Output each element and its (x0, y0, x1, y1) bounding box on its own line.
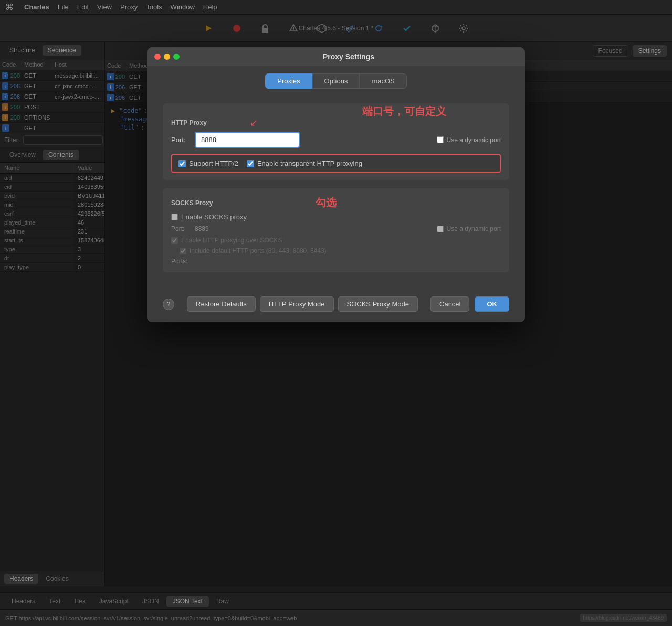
support-http2-checkbox[interactable] (178, 160, 186, 167)
dynamic-port-checkbox[interactable] (437, 136, 444, 143)
dialog-titlebar: Proxy Settings (147, 47, 525, 66)
http-over-socks-label: Enable HTTP proxying over SOCKS (181, 237, 282, 244)
footer-center: Restore Defaults HTTP Proxy Mode SOCKS P… (187, 296, 418, 312)
http-options-row: Support HTTP/2 Enable transparent HTTP p… (171, 154, 501, 173)
help-button[interactable]: ? (163, 299, 174, 310)
dialog-tabs: Proxies Options macOS (147, 66, 525, 93)
dialog-tab-options[interactable]: Options (312, 73, 360, 89)
footer-left: ? (163, 299, 174, 310)
minimize-btn[interactable] (164, 54, 170, 60)
ports-label: Ports: (171, 258, 187, 265)
modal-overlay: Proxy Settings Proxies Options macOS HTT… (0, 0, 672, 626)
traffic-lights (154, 54, 180, 60)
dialog-body: HTTP Proxy 端口号，可自定义 ↙ Port: Use a dyn (147, 93, 525, 289)
enable-socks-checkbox[interactable] (171, 214, 178, 220)
dynamic-port-label: Use a dynamic port (447, 136, 501, 144)
socks-dynamic-port-row: Use a dynamic port (437, 225, 501, 232)
port-input[interactable] (195, 132, 300, 148)
default-ports-row: Include default HTTP ports (80, 443, 808… (180, 247, 501, 254)
socks-proxy-label: SOCKS Proxy (171, 199, 213, 207)
transparent-proxy-item: Enable transparent HTTP proxying (247, 160, 362, 167)
socks-dynamic-checkbox[interactable] (437, 226, 444, 232)
socks-port-row: Port: 8889 Use a dynamic port (171, 225, 501, 232)
enable-socks-row: Enable SOCKS proxy (171, 213, 501, 221)
default-ports-checkbox[interactable] (180, 248, 186, 254)
cancel-button[interactable]: Cancel (430, 296, 469, 312)
support-http2-label: Support HTTP/2 (189, 160, 238, 167)
transparent-proxy-label: Enable transparent HTTP proxying (257, 160, 362, 167)
http-proxy-mode-button[interactable]: HTTP Proxy Mode (260, 296, 334, 312)
port-input-row: Port: Use a dynamic port (171, 132, 501, 148)
socks-dynamic-label: Use a dynamic port (447, 225, 501, 232)
http-proxy-label: HTTP Proxy (171, 119, 501, 126)
dialog-footer: ? Restore Defaults HTTP Proxy Mode SOCKS… (147, 289, 525, 322)
dynamic-port-row: Use a dynamic port (437, 136, 501, 144)
footer-right: Cancel OK (430, 296, 509, 312)
dialog-tab-macos[interactable]: macOS (360, 73, 406, 89)
ok-button[interactable]: OK (475, 296, 509, 312)
socks-proxy-mode-button[interactable]: SOCKS Proxy Mode (338, 296, 418, 312)
socks-port-value: 8889 (195, 225, 209, 232)
annotation-port-text: 端口号，可自定义 (362, 104, 446, 119)
maximize-btn[interactable] (173, 54, 180, 60)
default-ports-label: Include default HTTP ports (80, 443, 808… (190, 247, 327, 254)
close-btn[interactable] (154, 54, 161, 60)
dialog-tab-proxies[interactable]: Proxies (265, 73, 312, 89)
ports-row: Ports: (171, 258, 501, 265)
proxy-settings-dialog: Proxy Settings Proxies Options macOS HTT… (147, 47, 525, 322)
socks-proxy-section: SOCKS Proxy 勾选 Enable SOCKS proxy Port: … (163, 188, 509, 272)
dialog-title: Proxy Settings (180, 52, 518, 61)
http-over-socks-row: Enable HTTP proxying over SOCKS (171, 237, 501, 244)
support-http2-item: Support HTTP/2 (178, 160, 238, 167)
enable-socks-label: Enable SOCKS proxy (181, 213, 247, 221)
http-proxy-section: HTTP Proxy 端口号，可自定义 ↙ Port: Use a dyn (163, 103, 509, 180)
restore-defaults-button[interactable]: Restore Defaults (187, 296, 256, 312)
http-over-socks-checkbox[interactable] (171, 237, 178, 244)
annotation-check-text: 勾选 (316, 196, 337, 210)
port-row: ↙ Port: Use a dynamic port (171, 132, 501, 148)
transparent-proxy-checkbox[interactable] (247, 160, 254, 167)
port-label: Port: (171, 136, 190, 144)
socks-port-label: Port: (171, 225, 190, 232)
